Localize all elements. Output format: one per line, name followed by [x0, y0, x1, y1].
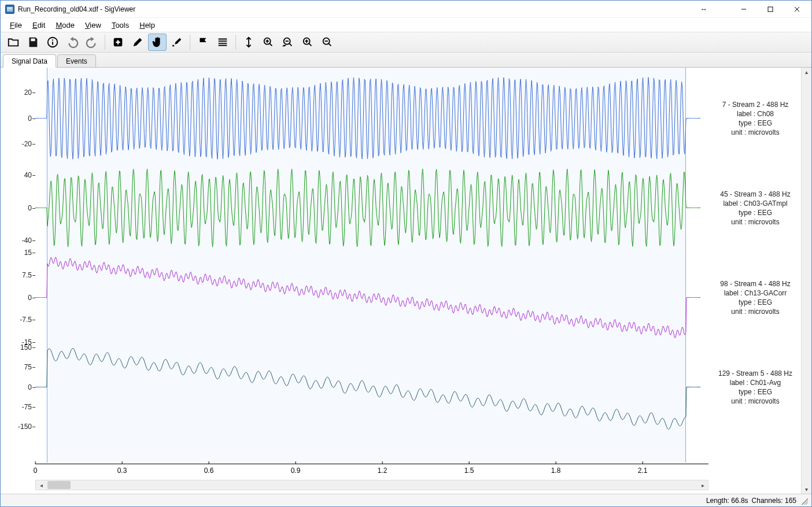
y-tick-label: 75 [24, 363, 32, 371]
x-tick-label: 1.8 [551, 464, 561, 475]
goto-event-button[interactable] [194, 34, 212, 51]
y-tick-label: -20 [22, 140, 32, 148]
menu-tools[interactable]: Tools [107, 20, 134, 31]
y-axis-column: 200-20400-40157.50-7.5-15150750-75-150 [1, 68, 35, 494]
info-button[interactable] [43, 34, 62, 51]
tabbar: Signal Data Events [1, 53, 811, 68]
hand-scroll-button[interactable] [148, 34, 167, 51]
menu-help[interactable]: Help [135, 20, 160, 31]
x-tick-label: 1.2 [378, 464, 387, 475]
toolbar [1, 32, 811, 53]
resize-handle-icon[interactable]: ↔ [700, 5, 707, 13]
x-tick-label: 1.5 [464, 464, 474, 475]
tab-events[interactable]: Events [57, 54, 96, 68]
status-length: Length: 66.8s [706, 497, 748, 505]
fit-vertical-button[interactable] [239, 34, 258, 51]
channel-info: 45 - Stream 3 - 488 Hzlabel : Ch03-GATmp… [711, 190, 800, 227]
menu-file[interactable]: File [5, 20, 27, 31]
y-tick-label: 0 [28, 204, 32, 212]
redo-button[interactable] [83, 34, 101, 51]
maximize-button[interactable] [757, 1, 784, 18]
vertical-scrollbar[interactable]: ▴ ▾ [801, 68, 811, 494]
window-title: Run_Recording_old04.xdf - SigViewer [18, 5, 135, 13]
x-tick-label: 0.6 [204, 464, 214, 475]
y-tick-label: 150 [20, 343, 32, 351]
x-tick-label: 0.9 [291, 464, 301, 475]
statusbar: Length: 66.8s Channels: 165 [1, 494, 811, 506]
add-event-button[interactable] [109, 34, 127, 51]
y-tick-label: 0 [28, 294, 32, 302]
horizontal-scrollbar[interactable]: ◂ ▸ [35, 480, 708, 490]
minimize-button[interactable] [730, 1, 757, 18]
menu-view[interactable]: View [80, 20, 106, 31]
status-channels: Channels: 165 [752, 497, 796, 505]
y-tick-label: 40 [24, 171, 32, 179]
titlebar: Run_Recording_old04.xdf - SigViewer ↔ [1, 1, 811, 18]
x-tick-label: 0.3 [117, 464, 127, 475]
signal-trace [35, 253, 700, 354]
y-tick-label: -75 [22, 403, 32, 411]
signal-trace [35, 342, 700, 443]
scroll-up-icon[interactable]: ▴ [805, 69, 808, 75]
options-button[interactable] [168, 34, 186, 51]
scroll-right-icon[interactable]: ▸ [697, 480, 708, 490]
y-tick-label: 15 [24, 249, 32, 257]
signal-trace [35, 73, 700, 175]
x-axis: 00.30.60.91.21.51.82.1 [35, 464, 708, 476]
signal-canvas[interactable] [35, 68, 708, 494]
channel-info: 7 - Stream 2 - 488 Hzlabel : Ch08type : … [711, 100, 800, 137]
zoom-out-h-button[interactable] [279, 34, 297, 51]
menubar: File Edit Mode View Tools Help [1, 18, 811, 32]
y-tick-label: 20 [24, 88, 32, 97]
signal-trace [35, 163, 700, 264]
svg-rect-6 [52, 42, 53, 45]
app-icon [5, 5, 14, 14]
signal-view: 200-20400-40157.50-7.5-15150750-75-150 7… [1, 68, 811, 494]
scroll-down-icon[interactable]: ▾ [805, 486, 808, 493]
menu-mode[interactable]: Mode [51, 20, 79, 31]
undo-button[interactable] [63, 34, 82, 51]
resize-grip-icon[interactable] [800, 497, 808, 505]
y-tick-label: 0 [28, 383, 32, 391]
zoom-out-v-button[interactable] [318, 34, 337, 51]
channel-list-button[interactable] [213, 34, 232, 51]
close-button[interactable] [784, 1, 810, 18]
x-tick-label: 0 [34, 464, 38, 475]
channel-labels-column: 7 - Stream 2 - 488 Hzlabel : Ch08type : … [708, 68, 801, 494]
open-button[interactable] [4, 34, 23, 51]
scrollbar-thumb[interactable] [47, 481, 71, 489]
y-tick-label: -7.5 [20, 316, 32, 324]
x-tick-label: 2.1 [638, 464, 648, 475]
y-tick-label: -40 [22, 236, 32, 245]
zoom-in-h-button[interactable] [259, 34, 278, 51]
save-button[interactable] [24, 34, 42, 51]
edit-event-button[interactable] [128, 34, 147, 51]
menu-edit[interactable]: Edit [28, 20, 50, 31]
channel-info: 129 - Stream 5 - 488 Hzlabel : Ch01-Avgt… [711, 369, 800, 406]
y-tick-label: -150 [18, 423, 32, 431]
channel-info: 98 - Stream 4 - 488 Hzlabel : Ch13-GACor… [711, 279, 800, 316]
zoom-in-v-button[interactable] [298, 34, 317, 51]
y-tick-label: 7.5 [22, 271, 32, 279]
y-tick-label: 0 [28, 114, 32, 123]
svg-rect-1 [768, 7, 773, 12]
svg-point-5 [52, 39, 53, 40]
scroll-left-icon[interactable]: ◂ [36, 480, 46, 490]
tab-signal-data[interactable]: Signal Data [3, 54, 56, 68]
